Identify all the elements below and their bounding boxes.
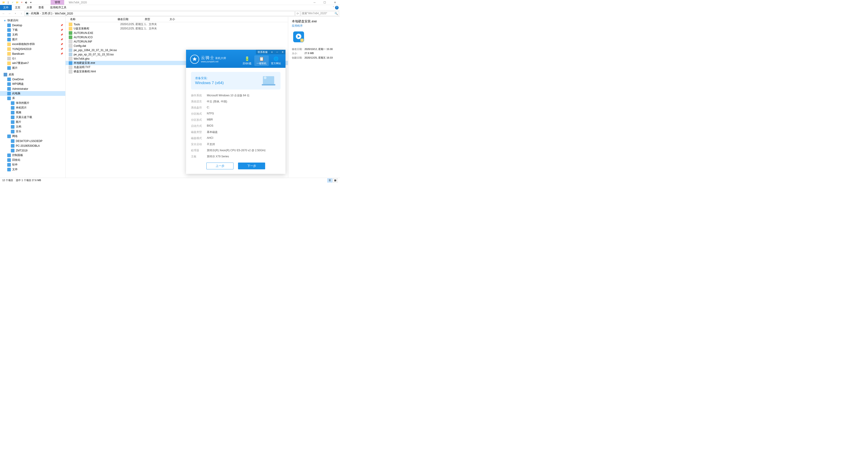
icons-view-button[interactable]: ▦ [333,178,338,183]
sidebar-item[interactable]: 下载📌 [0,28,65,32]
file-row[interactable]: AUTORUN.ICO [66,35,288,39]
menu-icon[interactable]: ≡ [270,50,274,54]
file-name: 硬盘安装教程.html [74,70,119,73]
sidebar-item[interactable]: 音乐 [0,129,65,134]
file-row[interactable]: Tools2020/12/25, 星期五 1...文件夹 [66,22,288,27]
sidebar-item[interactable]: Desktop📌 [0,23,65,28]
sidebar-item[interactable]: 文档 [0,124,65,129]
sidebar-item[interactable]: YUNQISHI2019📌 [0,46,65,51]
tab-file[interactable]: 文件 [0,5,12,10]
navigation-pane[interactable]: ★ 快速访问 Desktop📌下载📌文档📌图片📌excel表格制作求和📌YUNQ… [0,17,66,178]
tab-view[interactable]: 查看 [35,5,47,10]
sidebar-item[interactable]: excel表格制作求和📌 [0,42,65,46]
contextual-tab[interactable]: 管理 [51,0,64,5]
sidebar-item[interactable]: 保存的图片 [0,101,65,105]
sidebar-item[interactable]: win7重装win7 [0,61,65,66]
search-icon[interactable]: 🔍 [335,12,338,15]
next-button[interactable]: 下一步 [238,162,265,169]
prev-button[interactable]: 上一步 [206,162,234,169]
column-date[interactable]: 修改日期 [118,18,145,21]
sidebar-item[interactable]: 视频 [0,110,65,115]
breadcrumb[interactable]: 💻 › 此电脑 › 文档 (E:) › Win7x64_2020 [24,11,295,16]
tab-home[interactable]: 主页 [12,5,24,10]
statusbar: 12 个项目 选中 1 个项目 27.6 MB ☰ ▦ [0,178,340,183]
chevron-down-icon[interactable]: ˅ [333,6,334,9]
sidebar-item[interactable]: 图片 [0,120,65,124]
sidebar-item[interactable]: 图片 [0,66,65,70]
sidebar-item[interactable]: Administrator [0,86,65,91]
dropdown-icon[interactable]: ▾ [29,1,33,4]
dialog-nav-item[interactable]: 📋一键装机 [254,55,269,66]
dialog-nav-item[interactable]: 🔋启动U盘 [240,55,254,66]
minimize-button[interactable]: ─ [309,0,320,5]
delete-icon[interactable]: ✕ [20,1,24,4]
sidebar-item[interactable]: Bandicam📌 [0,51,65,56]
breadcrumb-folder[interactable]: Win7x64_2020 [55,12,73,15]
close-button[interactable]: ✕ [330,0,340,5]
sidebar-item[interactable]: 回收站 [0,158,65,162]
close-icon[interactable]: ✕ [280,50,285,54]
info-row: 分区格式NTFS [191,112,281,116]
folder-icon: 📁 [2,1,5,4]
sidebar-item[interactable]: ZMT2019 [0,148,65,153]
sidebar-item[interactable]: G:\ [0,56,65,61]
sidebar-quick-access[interactable]: ★ 快速访问 [0,18,65,23]
sidebar-item-label: 天翼云盘下载 [16,115,32,119]
search-input[interactable]: 搜索"Win7x64_2020" 🔍 [301,11,339,16]
contact-button[interactable]: 联系客服 [256,50,270,54]
chevron-right-icon[interactable]: › [40,12,41,15]
forward-button[interactable]: → [7,11,12,16]
up-button[interactable]: ↑ [19,11,24,16]
sidebar-item[interactable]: 文件 [0,167,65,172]
sidebar-item[interactable]: 本机照片 [0,105,65,110]
sidebar-item[interactable]: PC-20190530OBLA [0,143,65,148]
back-button[interactable]: ← [1,11,6,16]
sidebar-item[interactable]: 文档📌 [0,32,65,37]
help-icon[interactable]: ? [335,6,339,9]
details-view-button[interactable]: ☰ [327,178,332,183]
tab-app-tools[interactable]: 应用程序工具 [47,5,70,10]
breadcrumb-this-pc[interactable]: 此电脑 [31,11,39,15]
file-icon [69,27,72,31]
maximize-button[interactable]: ☐ [320,0,330,5]
folder-icon[interactable]: 📁 [16,1,19,4]
item-icon [7,77,11,81]
item-icon [7,87,11,91]
sidebar-item[interactable]: 此电脑 [0,91,65,96]
chevron-right-icon[interactable]: › [29,12,30,15]
sidebar-item[interactable]: DESKTOP-LSSOEDP [0,138,65,143]
info-row: 系统盘符C: [191,106,281,110]
sidebar-item[interactable]: 图片📌 [0,37,65,42]
file-icon [69,61,72,65]
file-row[interactable]: AUTORUN.EXE [66,31,288,35]
sidebar-item[interactable]: WPS网盘 [0,82,65,86]
properties-icon[interactable]: ◐ [24,1,28,4]
breadcrumb-docs[interactable]: 文档 (E:) [41,11,53,15]
item-icon [7,163,11,167]
refresh-button[interactable]: ⟳ [295,11,300,16]
sidebar-item[interactable]: 库 [0,96,65,101]
sidebar-item[interactable]: 网络 [0,134,65,138]
chevron-right-icon[interactable]: › [53,12,54,15]
sidebar-desktop[interactable]: 桌面 [0,72,65,77]
tab-share[interactable]: 共享 [24,5,35,10]
sidebar-item[interactable]: 软件 [0,162,65,167]
sidebar-item[interactable]: OneDrive [0,77,65,82]
file-row[interactable]: AUTORUN.INF [66,39,288,44]
column-name[interactable]: 名称 [70,18,118,21]
file-icon [69,70,72,73]
sidebar-item-label: OneDrive [12,78,24,81]
sidebar-item[interactable]: 控制面板 [0,153,65,158]
sidebar-item[interactable]: 天翼云盘下载 [0,115,65,120]
column-type[interactable]: 类型 [145,18,169,21]
details-row: 大小:27.6 MB [292,52,336,55]
dialog-nav-item[interactable]: 🌐官方网址 [269,55,283,66]
minimize-icon[interactable]: ─ [274,50,280,54]
sidebar-item-label: 图片 [16,120,21,124]
file-row[interactable]: Config.dat [66,44,288,48]
history-dropdown[interactable]: ▾ [13,11,18,16]
column-size[interactable]: 大小 [169,18,188,21]
details-row: 创建日期:2020/12/25, 星期五 16:33 [292,56,336,59]
check-icon[interactable]: ✓ [11,1,14,4]
file-row[interactable]: U盘安装教程2020/12/25, 星期五 1...文件夹 [66,27,288,31]
